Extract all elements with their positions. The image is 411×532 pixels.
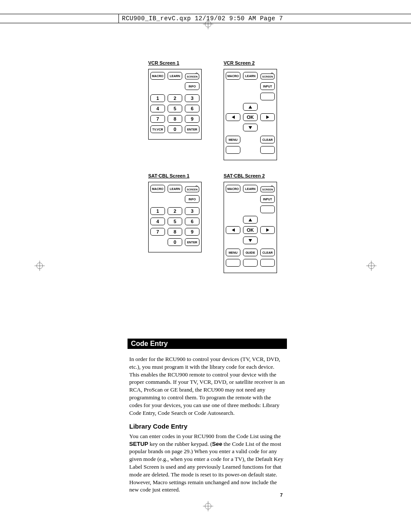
digit-key: 8 xyxy=(168,228,182,236)
info-key: INFO xyxy=(185,195,199,203)
digit-key: 0 xyxy=(168,125,182,133)
macro-key: MACRO xyxy=(150,185,165,193)
svg-text:SCREEN: SCREEN xyxy=(187,188,197,191)
digit-key: 5 xyxy=(168,218,182,225)
nav-down-key xyxy=(243,124,258,131)
figure-title: VCR Screen 1 xyxy=(148,60,213,65)
ok-key: OK xyxy=(243,113,258,121)
guide-key: GUIDE xyxy=(243,249,258,256)
figure-satcbl-screen-1: SAT·CBL Screen 1 MACRO LEARN SCREEN INFO… xyxy=(148,173,213,273)
trim-mark-icon xyxy=(203,19,213,31)
nav-right-key xyxy=(260,113,275,121)
trim-mark-icon xyxy=(34,261,45,273)
see-label: See xyxy=(212,441,222,447)
body-text-span: You can enter codes in your RCU900 from … xyxy=(129,433,281,439)
arrow-up-icon xyxy=(249,218,252,221)
digit-key: 2 xyxy=(168,94,182,102)
setup-key-label: SETUP xyxy=(129,441,148,447)
digit-key: 9 xyxy=(185,228,199,236)
arrow-right-icon xyxy=(266,115,269,119)
input-key: INPUT xyxy=(260,195,275,203)
clear-key: CLEAR xyxy=(260,136,275,143)
macro-key: MACRO xyxy=(150,72,165,80)
figure-vcr-screen-2: VCR Screen 2 MACRO LEARN SCREEN INPUT xyxy=(224,60,288,160)
digit-key: 3 xyxy=(185,94,199,102)
info-key: INFO xyxy=(185,82,199,90)
svg-text:SCREEN: SCREEN xyxy=(262,188,273,191)
enter-key: ENTER xyxy=(185,238,199,246)
nav-down-key xyxy=(243,236,258,244)
ok-key: OK xyxy=(243,226,258,234)
screen-key-icon: SCREEN xyxy=(260,72,275,80)
menu-key: MENU xyxy=(226,249,240,256)
digit-key: 6 xyxy=(185,218,199,225)
figure-title: SAT·CBL Screen 2 xyxy=(224,173,288,178)
blank-key xyxy=(226,146,240,154)
figure-title: SAT·CBL Screen 1 xyxy=(148,173,213,178)
page-number: 7 xyxy=(280,492,283,498)
trim-mark-icon xyxy=(366,261,377,273)
digit-key: 4 xyxy=(150,105,165,112)
nav-up-key xyxy=(243,103,258,111)
blank-key xyxy=(243,259,258,267)
macro-key: MACRO xyxy=(226,185,240,193)
print-header-text: RCU900_IB_revC.qxp 12/19/02 9:50 AM Page… xyxy=(122,15,283,22)
menu-key: MENU xyxy=(226,136,240,143)
learn-key: LEARN xyxy=(243,185,258,193)
screen-key-icon: SCREEN xyxy=(260,185,275,193)
figure-satcbl-screen-2: SAT·CBL Screen 2 MACRO LEARN SCREEN INPU… xyxy=(224,173,288,273)
clear-key: CLEAR xyxy=(260,249,275,256)
blank-key xyxy=(260,205,275,213)
digit-key: 7 xyxy=(150,228,165,236)
arrow-down-icon xyxy=(249,239,252,242)
svg-text:SCREEN: SCREEN xyxy=(262,75,273,78)
enter-key: ENTER xyxy=(185,125,199,133)
body-text-span: key on the rubber keypad. ( xyxy=(148,441,212,447)
digit-key: 1 xyxy=(150,207,165,215)
nav-up-key xyxy=(243,216,258,224)
digit-key: 8 xyxy=(168,115,182,123)
screen-key-icon: SCREEN xyxy=(185,185,199,193)
blank-key xyxy=(226,259,240,267)
learn-key: LEARN xyxy=(168,72,182,80)
figure-title: VCR Screen 2 xyxy=(224,60,288,65)
section-heading-bar: Code Entry xyxy=(128,339,287,349)
blank-key xyxy=(260,146,275,154)
print-header-divider xyxy=(118,14,119,23)
figure-vcr-screen-1: VCR Screen 1 MACRO LEARN SCREEN INFO 1 xyxy=(148,60,213,160)
input-key: INPUT xyxy=(260,82,275,90)
learn-key: LEARN xyxy=(168,185,182,193)
arrow-left-icon xyxy=(232,115,235,119)
digit-key: 3 xyxy=(185,207,199,215)
blank-key xyxy=(260,93,275,100)
blank-key xyxy=(260,259,275,267)
section-heading-text: Code Entry xyxy=(131,340,168,348)
digit-key: 0 xyxy=(168,238,182,246)
learn-key: LEARN xyxy=(243,72,258,80)
body-paragraph: In order for the RCU900 to control your … xyxy=(129,355,285,417)
digit-key: 6 xyxy=(185,105,199,112)
nav-left-key xyxy=(226,226,240,234)
digit-key: 9 xyxy=(185,115,199,123)
arrow-up-icon xyxy=(249,106,252,109)
digit-key: 2 xyxy=(168,207,182,215)
arrow-down-icon xyxy=(249,126,252,129)
body-text-span: the Code List of the most popular brands… xyxy=(129,441,283,493)
svg-text:SCREEN: SCREEN xyxy=(187,75,197,78)
body-paragraph: You can enter codes in your RCU900 from … xyxy=(129,432,285,494)
nav-left-key xyxy=(226,113,240,121)
nav-right-key xyxy=(260,226,275,234)
subsection-heading: Library Code Entry xyxy=(129,422,285,431)
arrow-left-icon xyxy=(232,228,235,232)
digit-key: 1 xyxy=(150,94,165,102)
digit-key: 4 xyxy=(150,218,165,225)
digit-key: 5 xyxy=(168,105,182,112)
trim-mark-icon xyxy=(203,501,213,513)
macro-key: MACRO xyxy=(226,72,240,80)
digit-key: 7 xyxy=(150,115,165,123)
arrow-right-icon xyxy=(266,228,269,232)
tv-vcr-key: TV.VCR xyxy=(150,125,165,133)
screen-key-icon: SCREEN xyxy=(185,72,199,80)
